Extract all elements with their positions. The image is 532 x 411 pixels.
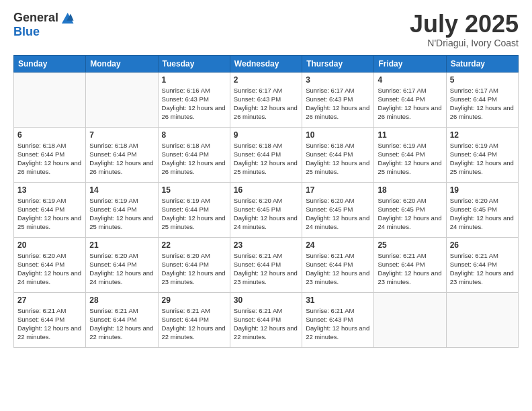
calendar-cell: 1Sunrise: 6:16 AM Sunset: 6:43 PM Daylig… xyxy=(158,72,230,127)
calendar-cell: 16Sunrise: 6:20 AM Sunset: 6:45 PM Dayli… xyxy=(230,182,302,237)
calendar-cell: 4Sunrise: 6:17 AM Sunset: 6:44 PM Daylig… xyxy=(374,72,446,127)
day-info: Sunrise: 6:18 AM Sunset: 6:44 PM Dayligh… xyxy=(89,141,154,177)
logo-blue-text: Blue xyxy=(13,25,40,38)
day-number: 1 xyxy=(162,75,226,85)
calendar-week-3: 13Sunrise: 6:19 AM Sunset: 6:44 PM Dayli… xyxy=(14,182,519,237)
weekday-header-row: SundayMondayTuesdayWednesdayThursdayFrid… xyxy=(14,55,519,72)
calendar-cell: 14Sunrise: 6:19 AM Sunset: 6:44 PM Dayli… xyxy=(86,182,158,237)
day-info: Sunrise: 6:19 AM Sunset: 6:44 PM Dayligh… xyxy=(450,141,515,177)
weekday-header-tuesday: Tuesday xyxy=(158,55,230,72)
calendar-cell: 22Sunrise: 6:20 AM Sunset: 6:44 PM Dayli… xyxy=(158,237,230,292)
day-info: Sunrise: 6:16 AM Sunset: 6:43 PM Dayligh… xyxy=(162,86,226,122)
day-info: Sunrise: 6:17 AM Sunset: 6:44 PM Dayligh… xyxy=(450,86,515,122)
weekday-header-wednesday: Wednesday xyxy=(230,55,302,72)
calendar-cell: 26Sunrise: 6:21 AM Sunset: 6:44 PM Dayli… xyxy=(446,237,518,292)
month-title: July 2025 xyxy=(410,11,519,38)
day-number: 31 xyxy=(306,295,370,305)
calendar-cell: 10Sunrise: 6:18 AM Sunset: 6:44 PM Dayli… xyxy=(302,127,374,182)
day-info: Sunrise: 6:21 AM Sunset: 6:44 PM Dayligh… xyxy=(17,306,82,342)
calendar-cell: 11Sunrise: 6:19 AM Sunset: 6:44 PM Dayli… xyxy=(374,127,446,182)
day-info: Sunrise: 6:21 AM Sunset: 6:44 PM Dayligh… xyxy=(234,306,298,342)
day-info: Sunrise: 6:17 AM Sunset: 6:44 PM Dayligh… xyxy=(378,86,442,122)
header: General Blue July 2025 N'Driagui, Ivory … xyxy=(13,11,519,48)
day-info: Sunrise: 6:21 AM Sunset: 6:44 PM Dayligh… xyxy=(450,251,515,287)
day-number: 24 xyxy=(306,240,370,250)
day-number: 3 xyxy=(306,75,370,85)
calendar-week-1: 1Sunrise: 6:16 AM Sunset: 6:43 PM Daylig… xyxy=(14,72,519,127)
day-number: 10 xyxy=(306,130,370,140)
weekday-header-thursday: Thursday xyxy=(302,55,374,72)
calendar-cell: 6Sunrise: 6:18 AM Sunset: 6:44 PM Daylig… xyxy=(14,127,86,182)
day-number: 5 xyxy=(450,75,515,85)
day-info: Sunrise: 6:19 AM Sunset: 6:44 PM Dayligh… xyxy=(162,196,226,232)
calendar-cell xyxy=(86,72,158,127)
day-number: 16 xyxy=(234,185,298,195)
title-block: July 2025 N'Driagui, Ivory Coast xyxy=(410,11,519,48)
day-number: 14 xyxy=(89,185,154,195)
day-info: Sunrise: 6:17 AM Sunset: 6:43 PM Dayligh… xyxy=(234,86,298,122)
calendar-cell: 3Sunrise: 6:17 AM Sunset: 6:43 PM Daylig… xyxy=(302,72,374,127)
day-number: 22 xyxy=(162,240,226,250)
day-info: Sunrise: 6:18 AM Sunset: 6:44 PM Dayligh… xyxy=(17,141,82,177)
calendar-cell: 25Sunrise: 6:21 AM Sunset: 6:44 PM Dayli… xyxy=(374,237,446,292)
day-number: 13 xyxy=(17,185,82,195)
calendar-cell xyxy=(374,292,446,347)
day-info: Sunrise: 6:20 AM Sunset: 6:45 PM Dayligh… xyxy=(306,196,370,232)
day-number: 7 xyxy=(89,130,154,140)
calendar-cell: 19Sunrise: 6:20 AM Sunset: 6:45 PM Dayli… xyxy=(446,182,518,237)
calendar-cell: 8Sunrise: 6:18 AM Sunset: 6:44 PM Daylig… xyxy=(158,127,230,182)
day-info: Sunrise: 6:21 AM Sunset: 6:44 PM Dayligh… xyxy=(378,251,442,287)
calendar-cell: 30Sunrise: 6:21 AM Sunset: 6:44 PM Dayli… xyxy=(230,292,302,347)
day-number: 11 xyxy=(378,130,442,140)
calendar-week-2: 6Sunrise: 6:18 AM Sunset: 6:44 PM Daylig… xyxy=(14,127,519,182)
day-info: Sunrise: 6:20 AM Sunset: 6:44 PM Dayligh… xyxy=(17,251,82,287)
day-number: 21 xyxy=(89,240,154,250)
day-number: 19 xyxy=(450,185,515,195)
calendar-cell: 7Sunrise: 6:18 AM Sunset: 6:44 PM Daylig… xyxy=(86,127,158,182)
day-number: 29 xyxy=(162,295,226,305)
calendar-cell: 21Sunrise: 6:20 AM Sunset: 6:44 PM Dayli… xyxy=(86,237,158,292)
calendar-cell: 12Sunrise: 6:19 AM Sunset: 6:44 PM Dayli… xyxy=(446,127,518,182)
day-info: Sunrise: 6:21 AM Sunset: 6:43 PM Dayligh… xyxy=(306,306,370,342)
day-info: Sunrise: 6:20 AM Sunset: 6:44 PM Dayligh… xyxy=(89,251,154,287)
calendar-cell: 15Sunrise: 6:19 AM Sunset: 6:44 PM Dayli… xyxy=(158,182,230,237)
day-info: Sunrise: 6:18 AM Sunset: 6:44 PM Dayligh… xyxy=(306,141,370,177)
day-info: Sunrise: 6:21 AM Sunset: 6:44 PM Dayligh… xyxy=(89,306,154,342)
logo: General Blue xyxy=(13,11,75,39)
calendar-cell xyxy=(446,292,518,347)
day-info: Sunrise: 6:20 AM Sunset: 6:44 PM Dayligh… xyxy=(162,251,226,287)
calendar-cell: 18Sunrise: 6:20 AM Sunset: 6:45 PM Dayli… xyxy=(374,182,446,237)
weekday-header-sunday: Sunday xyxy=(14,55,86,72)
calendar-cell: 5Sunrise: 6:17 AM Sunset: 6:44 PM Daylig… xyxy=(446,72,518,127)
calendar-cell: 31Sunrise: 6:21 AM Sunset: 6:43 PM Dayli… xyxy=(302,292,374,347)
day-info: Sunrise: 6:21 AM Sunset: 6:44 PM Dayligh… xyxy=(162,306,226,342)
calendar-table: SundayMondayTuesdayWednesdayThursdayFrid… xyxy=(13,55,519,348)
calendar-cell xyxy=(14,72,86,127)
day-info: Sunrise: 6:21 AM Sunset: 6:44 PM Dayligh… xyxy=(306,251,370,287)
day-number: 20 xyxy=(17,240,82,250)
day-number: 25 xyxy=(378,240,442,250)
logo-general-text: General xyxy=(13,11,58,25)
day-number: 18 xyxy=(378,185,442,195)
calendar-cell: 28Sunrise: 6:21 AM Sunset: 6:44 PM Dayli… xyxy=(86,292,158,347)
day-info: Sunrise: 6:19 AM Sunset: 6:44 PM Dayligh… xyxy=(378,141,442,177)
day-number: 12 xyxy=(450,130,515,140)
weekday-header-monday: Monday xyxy=(86,55,158,72)
day-number: 15 xyxy=(162,185,226,195)
day-info: Sunrise: 6:20 AM Sunset: 6:45 PM Dayligh… xyxy=(234,196,298,232)
day-info: Sunrise: 6:20 AM Sunset: 6:45 PM Dayligh… xyxy=(450,196,515,232)
day-info: Sunrise: 6:21 AM Sunset: 6:44 PM Dayligh… xyxy=(234,251,298,287)
day-info: Sunrise: 6:19 AM Sunset: 6:44 PM Dayligh… xyxy=(89,196,154,232)
day-info: Sunrise: 6:17 AM Sunset: 6:43 PM Dayligh… xyxy=(306,86,370,122)
calendar-cell: 17Sunrise: 6:20 AM Sunset: 6:45 PM Dayli… xyxy=(302,182,374,237)
day-number: 30 xyxy=(234,295,298,305)
calendar-cell: 24Sunrise: 6:21 AM Sunset: 6:44 PM Dayli… xyxy=(302,237,374,292)
day-info: Sunrise: 6:18 AM Sunset: 6:44 PM Dayligh… xyxy=(162,141,226,177)
calendar-cell: 2Sunrise: 6:17 AM Sunset: 6:43 PM Daylig… xyxy=(230,72,302,127)
calendar-cell: 20Sunrise: 6:20 AM Sunset: 6:44 PM Dayli… xyxy=(14,237,86,292)
day-info: Sunrise: 6:20 AM Sunset: 6:45 PM Dayligh… xyxy=(378,196,442,232)
day-info: Sunrise: 6:19 AM Sunset: 6:44 PM Dayligh… xyxy=(17,196,82,232)
day-info: Sunrise: 6:18 AM Sunset: 6:44 PM Dayligh… xyxy=(234,141,298,177)
weekday-header-saturday: Saturday xyxy=(446,55,518,72)
location-subtitle: N'Driagui, Ivory Coast xyxy=(410,38,519,48)
